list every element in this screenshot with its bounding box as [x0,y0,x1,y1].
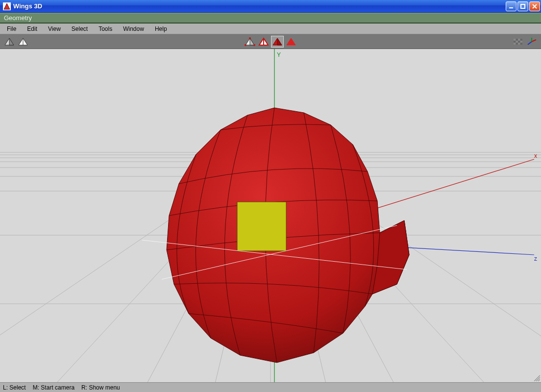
svg-point-10 [245,44,246,46]
svg-line-26 [528,42,532,45]
svg-rect-19 [518,39,520,41]
menu-window[interactable]: Window [118,24,149,33]
status-left: L: Select [3,384,26,391]
resize-grip[interactable] [532,373,540,381]
window-controls [506,1,540,11]
ground-toggle-icon[interactable] [512,36,524,48]
selection-mode-group [244,36,297,48]
face-mode-icon[interactable] [271,36,284,48]
svg-rect-22 [514,43,516,45]
axis-y-label: Y [277,51,281,58]
svg-marker-0 [4,3,10,9]
axes-toggle-icon[interactable] [525,36,538,48]
panel-label-text: Geometry [4,14,32,22]
menu-tools[interactable]: Tools [94,24,117,33]
axis-z-label: z [534,255,537,262]
status-right: R: Show menu [81,384,120,391]
shaded-pyramid-icon[interactable] [3,36,16,48]
app-icon [3,2,11,10]
svg-rect-2 [521,4,525,8]
menu-file[interactable]: File [2,24,21,33]
svg-rect-1 [509,7,513,8]
svg-line-50 [538,379,540,381]
maximize-button[interactable] [517,1,528,11]
toolbar [0,34,541,49]
svg-marker-16 [287,38,295,45]
svg-line-24 [532,40,536,42]
svg-point-9 [249,37,251,39]
svg-marker-4 [9,38,14,45]
svg-rect-18 [514,39,516,41]
svg-point-11 [253,44,255,46]
viewport-3d[interactable]: 128 faces selected [0,49,541,382]
svg-rect-23 [518,43,520,45]
viewport-canvas: Y x z [0,49,541,382]
wire-pyramid-icon[interactable] [17,36,29,48]
status-middle: M: Start camera [33,384,74,391]
svg-marker-15 [277,38,282,45]
vertex-mode-icon[interactable] [244,36,256,48]
menu-edit[interactable]: Edit [22,24,42,33]
minimize-button[interactable] [506,1,516,11]
menubar: File Edit View Select Tools Window Help [0,24,541,34]
body-mode-icon[interactable] [285,36,297,48]
edge-mode-icon[interactable] [257,36,270,48]
panel-label: Geometry [0,13,541,24]
menu-help[interactable]: Help [150,24,172,33]
window-title: Wings 3D [13,2,506,10]
menu-select[interactable]: Select [67,24,93,33]
menu-view[interactable]: View [43,24,66,33]
window-titlebar: Wings 3D [0,0,541,13]
svg-rect-20 [516,41,518,43]
highlighted-face[interactable] [237,202,286,251]
close-button[interactable] [529,1,540,11]
statusbar: L: Select M: Start camera R: Show menu [0,382,541,392]
svg-line-49 [536,377,540,381]
axis-x-label: x [534,152,537,159]
svg-marker-8 [250,38,254,45]
svg-rect-21 [520,41,523,43]
